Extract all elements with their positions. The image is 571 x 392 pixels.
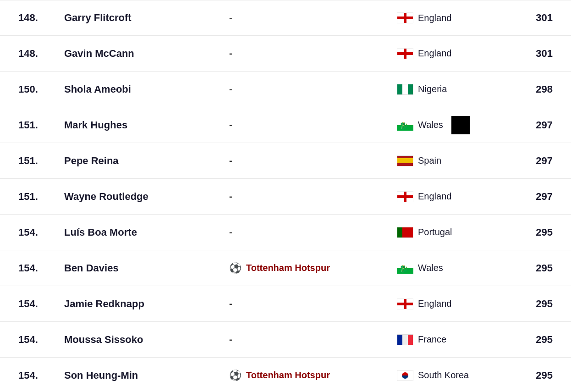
score-value: 295: [516, 334, 553, 346]
player-name[interactable]: Garry Flitcroft: [64, 12, 229, 24]
score-value: 301: [516, 12, 553, 24]
england-flag-icon: [397, 298, 413, 309]
table-row: 151. Wayne Routledge - England 297: [0, 179, 571, 215]
rank-number: 154.: [18, 226, 64, 238]
club-info: -: [229, 334, 397, 345]
table-row: 154. Ben Davies ⚽ Tottenham Hotspur 🐉 Wa…: [0, 250, 571, 286]
rank-number: 148.: [18, 48, 64, 60]
club-dash: -: [229, 13, 232, 23]
table-row: 150. Shola Ameobi - Nigeria 298: [0, 72, 571, 107]
rank-number: 154.: [18, 298, 64, 310]
club-info: -: [229, 298, 397, 309]
country-info: England: [397, 48, 516, 59]
country-info: 🐉 Wales: [397, 263, 516, 274]
rank-number: 151.: [18, 155, 64, 167]
tottenham-badge-icon: ⚽: [229, 370, 242, 381]
player-name[interactable]: Jamie Redknapp: [64, 298, 229, 310]
score-value: 295: [516, 370, 553, 381]
country-info: England: [397, 12, 516, 23]
svg-text:🐉: 🐉: [399, 121, 408, 130]
score-value: 297: [516, 155, 553, 167]
country-info: Nigeria: [397, 84, 516, 95]
club-dash: -: [229, 120, 232, 130]
table-row: 154. Son Heung-Min ⚽ Tottenham Hotspur S…: [0, 358, 571, 392]
rank-number: 148.: [18, 12, 64, 24]
rank-number: 154.: [18, 370, 64, 381]
table-row: 151. Pepe Reina - Spain 297: [0, 143, 571, 179]
country-name: Portugal: [418, 227, 452, 237]
club-info: -: [229, 191, 397, 202]
france-flag-icon: [397, 334, 413, 345]
player-name[interactable]: Son Heung-Min: [64, 370, 229, 381]
table-row: 154. Luís Boa Morte - Portugal 295: [0, 215, 571, 250]
country-info: France: [397, 334, 516, 345]
country-info: England: [397, 298, 516, 309]
tottenham-badge-icon: ⚽: [229, 262, 242, 274]
club-dash: -: [229, 298, 232, 309]
country-name: England: [418, 48, 451, 59]
table-row: 154. Jamie Redknapp - England 295: [0, 286, 571, 322]
table-row: 151. Mark Hughes - 🐉 Wales 297: [0, 107, 571, 143]
player-name[interactable]: Gavin McCann: [64, 48, 229, 60]
table-row: 154. Moussa Sissoko - France 295: [0, 322, 571, 358]
country-name: South Korea: [418, 370, 469, 381]
korea-flag-icon: [397, 370, 413, 381]
wales-flag-icon: 🐉: [397, 120, 413, 131]
black-box: [451, 116, 470, 134]
country-name: Spain: [418, 155, 441, 166]
club-info: -: [229, 155, 397, 166]
club-dash: -: [229, 227, 232, 237]
england-flag-icon: [397, 191, 413, 202]
score-value: 295: [516, 262, 553, 274]
player-name[interactable]: Wayne Routledge: [64, 191, 229, 203]
england-flag-icon: [397, 12, 413, 23]
player-name[interactable]: Ben Davies: [64, 262, 229, 274]
club-dash: -: [229, 155, 232, 166]
club-info: -: [229, 13, 397, 23]
score-value: 298: [516, 83, 553, 95]
player-name[interactable]: Luís Boa Morte: [64, 226, 229, 238]
country-name: Wales: [418, 263, 443, 273]
nigeria-flag-icon: [397, 84, 413, 95]
score-value: 295: [516, 226, 553, 238]
club-info: -: [229, 120, 397, 130]
club-dash: -: [229, 84, 232, 94]
rank-number: 154.: [18, 262, 64, 274]
country-info: Portugal: [397, 227, 516, 238]
club-dash: -: [229, 191, 232, 202]
player-name[interactable]: Pepe Reina: [64, 155, 229, 167]
rank-number: 151.: [18, 119, 64, 131]
score-value: 295: [516, 298, 553, 310]
country-name: England: [418, 13, 451, 23]
wales-flag-icon: 🐉: [397, 263, 413, 274]
country-info: South Korea: [397, 370, 516, 381]
portugal-flag-icon: [397, 227, 413, 238]
country-name: England: [418, 191, 451, 202]
rank-number: 154.: [18, 334, 64, 346]
table-row: 148. Garry Flitcroft - England 301: [0, 0, 571, 36]
club-dash: -: [229, 48, 232, 59]
country-name: England: [418, 298, 451, 309]
table-row: 148. Gavin McCann - England 301: [0, 36, 571, 72]
country-info: England: [397, 191, 516, 202]
club-dash: -: [229, 334, 232, 345]
rank-number: 151.: [18, 191, 64, 203]
rankings-table: 148. Garry Flitcroft - England 301 148. …: [0, 0, 571, 392]
country-name: Wales: [418, 120, 443, 130]
player-name[interactable]: Shola Ameobi: [64, 83, 229, 95]
rank-number: 150.: [18, 83, 64, 95]
score-value: 301: [516, 48, 553, 60]
player-name[interactable]: Moussa Sissoko: [64, 334, 229, 346]
country-info: Spain: [397, 155, 516, 166]
country-name: France: [418, 334, 446, 345]
score-value: 297: [516, 191, 553, 203]
club-info: ⚽ Tottenham Hotspur: [229, 370, 397, 381]
svg-text:🐉: 🐉: [399, 265, 408, 273]
club-info: -: [229, 227, 397, 237]
club-info: -: [229, 48, 397, 59]
country-name: Nigeria: [418, 84, 447, 94]
england-flag-icon: [397, 48, 413, 59]
player-name[interactable]: Mark Hughes: [64, 119, 229, 131]
club-info: -: [229, 84, 397, 94]
spain-flag-icon: [397, 155, 413, 166]
